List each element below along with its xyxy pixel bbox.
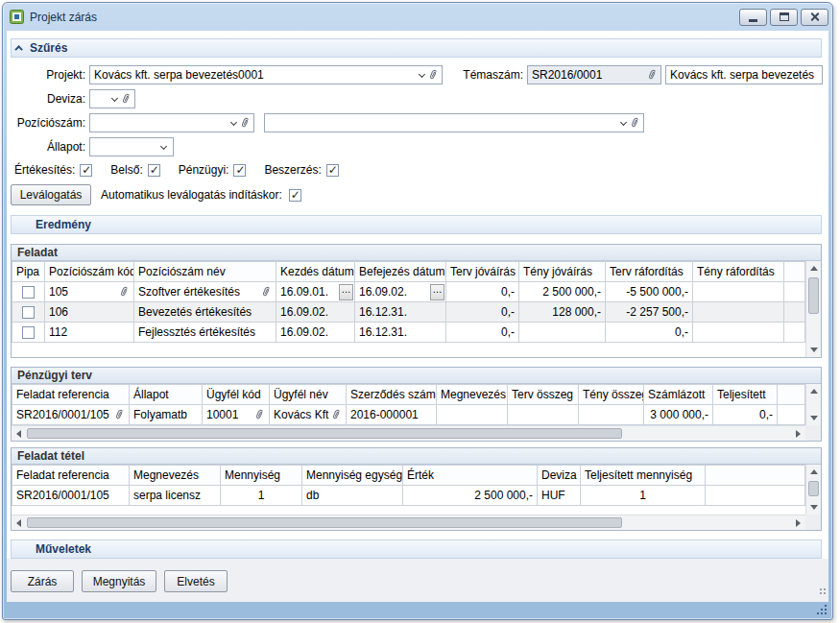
close-icon: [809, 12, 820, 22]
column-header[interactable]: Mennyiség egység: [302, 466, 403, 486]
column-header[interactable]: Terv jóváírás: [446, 262, 519, 282]
arrow-left-icon: [16, 519, 21, 527]
maximize-button[interactable]: [770, 9, 798, 26]
table-row[interactable]: SR2016/0001/105 Folyamatb 10001 Kovács K…: [12, 405, 805, 425]
chevron-down-icon[interactable]: [419, 70, 425, 77]
attachment-icon[interactable]: [240, 117, 251, 130]
scroll-down-button[interactable]: [806, 411, 821, 425]
attachment-icon[interactable]: [254, 409, 265, 421]
titlebar[interactable]: Projekt zárás: [3, 3, 832, 29]
column-header[interactable]: Feladat referencia: [12, 466, 130, 486]
scroll-down-button[interactable]: [806, 500, 821, 515]
column-header[interactable]: Kezdés dátum: [276, 262, 355, 282]
beszerzes-checkbox[interactable]: [326, 164, 339, 177]
vertical-scrollbar[interactable]: [805, 261, 821, 357]
column-header[interactable]: Tény ráfordítás: [693, 262, 784, 282]
column-header[interactable]: Pozíciószám kód: [45, 262, 134, 282]
scroll-left-button[interactable]: [12, 426, 26, 441]
attachment-icon[interactable]: [647, 69, 658, 82]
table-row[interactable]: 106 Bevezetés értékesítés 16.09.02. 16.1…: [12, 302, 805, 323]
close-button[interactable]: [801, 9, 828, 26]
temaszam-field[interactable]: SR2016/0001: [527, 65, 661, 84]
chevron-down-icon[interactable]: [230, 118, 237, 125]
belso-checkbox[interactable]: [148, 164, 160, 177]
pozicioszam-combobox-2[interactable]: [264, 113, 644, 132]
attachment-icon[interactable]: [114, 409, 125, 421]
scrollbar-thumb[interactable]: [27, 517, 622, 528]
penzugyi-checkbox[interactable]: [233, 164, 246, 177]
column-header[interactable]: Érték: [403, 466, 538, 486]
column-header[interactable]: Pipa: [12, 262, 45, 282]
minimize-button[interactable]: [739, 9, 767, 26]
cell-kod: 112: [45, 323, 134, 343]
scroll-left-button[interactable]: [12, 515, 26, 530]
scroll-down-button[interactable]: [806, 343, 821, 357]
chevron-down-icon[interactable]: [620, 118, 627, 125]
table-row[interactable]: 112 Fejlessztés értékesítés 16.09.02. 16…: [12, 323, 805, 343]
scroll-up-button[interactable]: [806, 384, 821, 398]
horizontal-scrollbar[interactable]: [12, 425, 805, 441]
window-resize-grip[interactable]: [815, 603, 827, 614]
scrollbar-thumb[interactable]: [808, 481, 819, 496]
column-header[interactable]: Ügyfél kód: [203, 385, 270, 405]
allapot-combobox[interactable]: [89, 137, 174, 156]
column-header[interactable]: Tény összeg: [579, 385, 644, 405]
chevron-down-icon[interactable]: [111, 94, 118, 101]
scroll-up-button[interactable]: [806, 465, 821, 479]
temaszam-name-field[interactable]: Kovács kft. serpa bevezetés: [665, 65, 823, 84]
attachment-icon[interactable]: [428, 69, 439, 82]
operations-section-header[interactable]: Műveletek: [11, 539, 822, 559]
elvetes-button[interactable]: Elvetés: [164, 570, 228, 592]
attachment-icon[interactable]: [331, 409, 342, 421]
chevron-down-icon[interactable]: [160, 142, 167, 149]
column-header[interactable]: Tény jóváírás: [519, 262, 606, 282]
column-header[interactable]: Ügyfél név: [270, 385, 347, 405]
horizontal-scrollbar[interactable]: [12, 515, 805, 530]
column-header[interactable]: Teljesített: [713, 385, 778, 405]
row-checkbox[interactable]: [22, 286, 35, 299]
auto-levalogatas-checkbox[interactable]: [289, 189, 301, 202]
cell-terv-raforditas: 0,-: [606, 323, 693, 343]
date-picker-button[interactable]: …: [339, 284, 353, 300]
column-header[interactable]: Számlázott: [644, 385, 713, 405]
megnyitas-button[interactable]: Megnyitás: [82, 570, 156, 592]
row-checkbox[interactable]: [22, 306, 35, 319]
attachment-icon[interactable]: [261, 286, 272, 299]
row-checkbox[interactable]: [22, 326, 35, 339]
date-picker-button[interactable]: …: [430, 284, 444, 300]
column-header[interactable]: Terv ráfordítás: [606, 262, 693, 282]
column-header[interactable]: Terv összeg: [508, 385, 579, 405]
column-header[interactable]: Teljesített mennyiség: [581, 466, 706, 486]
scroll-right-button[interactable]: [791, 426, 805, 441]
column-header[interactable]: Megnevezés: [130, 466, 221, 486]
scrollbar-thumb[interactable]: [27, 428, 622, 439]
column-header[interactable]: Pozíciószám név: [134, 262, 276, 282]
ertekesites-checkbox[interactable]: [80, 164, 92, 177]
table-row[interactable]: SR2016/0001/105 serpa licensz 1 db 2 500…: [12, 486, 805, 506]
column-header[interactable]: Megnevezés: [437, 385, 508, 405]
attachment-icon[interactable]: [630, 117, 640, 130]
pozicioszam-combobox-1[interactable]: [89, 113, 254, 132]
vertical-scrollbar[interactable]: [805, 384, 821, 425]
scrollbar-thumb[interactable]: [808, 277, 819, 314]
resize-grip[interactable]: [814, 583, 826, 594]
scroll-up-button[interactable]: [806, 261, 821, 276]
vertical-scrollbar[interactable]: [805, 465, 821, 515]
column-header[interactable]: Befejezés dátum: [355, 262, 446, 282]
column-header[interactable]: Mennyiség: [221, 466, 302, 486]
scroll-right-button[interactable]: [791, 515, 805, 530]
attachment-icon[interactable]: [119, 286, 130, 299]
projekt-combobox[interactable]: Kovács kft. serpa bevezetés0001: [89, 65, 443, 84]
filter-section-header[interactable]: Szűrés: [11, 38, 822, 58]
deviza-combobox[interactable]: [89, 89, 135, 108]
column-header[interactable]: Deviza: [538, 466, 581, 486]
column-header[interactable]: Feladat referencia: [12, 385, 130, 405]
result-section-header[interactable]: Eredmény: [11, 215, 822, 234]
cell-kod: 105: [49, 285, 117, 299]
levalogatas-button[interactable]: Leválogatás: [11, 184, 91, 205]
table-row[interactable]: 105 Szoftver értékesítés 16.09.01.… 16.0…: [12, 282, 805, 302]
attachment-icon[interactable]: [121, 93, 132, 106]
column-header[interactable]: Szerződés szám: [347, 385, 437, 405]
zaras-button[interactable]: Zárás: [11, 570, 74, 592]
column-header[interactable]: Állapot: [130, 385, 203, 405]
